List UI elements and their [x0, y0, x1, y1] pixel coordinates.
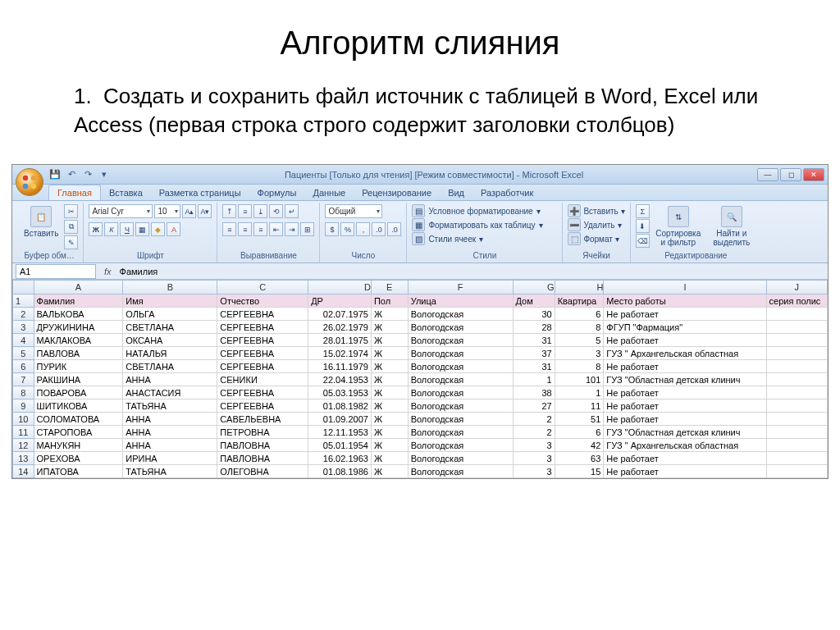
cell[interactable]: СЕРГЕЕВНА: [217, 399, 308, 413]
font-color-button[interactable]: A: [167, 222, 180, 236]
undo-icon[interactable]: ↶: [65, 168, 78, 181]
cell[interactable]: ОКСАНА: [123, 334, 217, 347]
cell[interactable]: 05.03.1953: [308, 386, 372, 399]
cell[interactable]: 3: [513, 452, 555, 465]
font-size-select[interactable]: 10: [154, 204, 180, 218]
save-icon[interactable]: 💾: [48, 168, 62, 181]
cell[interactable]: Не работает: [604, 386, 766, 399]
align-middle-button[interactable]: ≡: [238, 204, 252, 218]
format-as-table-button[interactable]: ▦Форматировать как таблицу ▾: [412, 218, 542, 231]
column-header[interactable]: C: [217, 281, 308, 294]
cell[interactable]: Ж: [371, 373, 408, 386]
cell[interactable]: Ж: [371, 321, 408, 334]
cell[interactable]: ПАВЛОВА: [34, 347, 123, 360]
cell[interactable]: 01.08.1986: [308, 465, 372, 478]
cell[interactable]: [766, 360, 827, 373]
cell[interactable]: ФГУП "Фармация": [604, 321, 766, 334]
cell[interactable]: СОЛОМАТОВА: [34, 413, 123, 426]
comma-button[interactable]: ,: [356, 222, 370, 236]
cut-button[interactable]: ✂: [64, 204, 78, 218]
cell[interactable]: СЕРГЕЕВНА: [217, 308, 308, 321]
cell[interactable]: 6: [555, 426, 604, 439]
cell[interactable]: Пол: [371, 294, 408, 308]
cell[interactable]: 8: [555, 321, 604, 334]
cell[interactable]: 3: [513, 465, 555, 478]
row-header[interactable]: 12: [13, 439, 34, 452]
bold-button[interactable]: Ж: [89, 222, 103, 236]
tab-review[interactable]: Рецензирование: [354, 185, 440, 200]
name-box[interactable]: A1: [16, 264, 96, 279]
cell[interactable]: Ж: [371, 439, 408, 452]
cell[interactable]: САВЕЛЬЕВНА: [217, 413, 308, 426]
cell[interactable]: 16.11.1979: [308, 360, 372, 373]
cell[interactable]: ПОВАРОВА: [34, 386, 123, 399]
align-center-button[interactable]: ≡: [238, 222, 252, 236]
align-bottom-button[interactable]: ⤓: [253, 204, 267, 218]
row-header[interactable]: 6: [13, 360, 34, 373]
fx-icon[interactable]: fx: [99, 267, 116, 276]
cell[interactable]: Вологодская: [408, 399, 513, 413]
office-button[interactable]: [16, 168, 43, 196]
tab-data[interactable]: Данные: [304, 185, 354, 200]
cell[interactable]: 2: [513, 426, 555, 439]
row-header[interactable]: 5: [13, 347, 34, 360]
row-header[interactable]: 14: [13, 465, 34, 478]
cell[interactable]: Не работает: [604, 399, 766, 413]
column-header[interactable]: A: [34, 281, 123, 294]
cell[interactable]: СЕРГЕЕВНА: [217, 360, 308, 373]
maximize-button[interactable]: ◻: [780, 168, 801, 181]
cell[interactable]: АННА: [123, 373, 217, 386]
cell[interactable]: 5: [555, 334, 604, 347]
cell[interactable]: 31: [513, 360, 555, 373]
cell[interactable]: 28.01.1975: [308, 334, 372, 347]
tab-pagelayout[interactable]: Разметка страницы: [151, 185, 249, 200]
underline-button[interactable]: Ч: [120, 222, 134, 236]
cell[interactable]: СЕРГЕЕВНА: [217, 386, 308, 399]
decrease-indent-button[interactable]: ⇤: [269, 222, 283, 236]
cell[interactable]: 1: [513, 373, 555, 386]
cell[interactable]: ОЛЬГА: [123, 308, 217, 321]
row-header[interactable]: 1: [13, 294, 34, 308]
cell[interactable]: Ж: [371, 426, 408, 439]
cell[interactable]: [766, 386, 827, 399]
cell[interactable]: 01.08.1982: [308, 399, 372, 413]
cell[interactable]: Фамилия: [34, 294, 123, 308]
cell[interactable]: 15.02.1974: [308, 347, 372, 360]
cell[interactable]: ГУЗ "Областная детская клинич: [604, 373, 766, 386]
format-cells-button[interactable]: ⬚Формат ▾: [568, 232, 619, 245]
cell[interactable]: Имя: [123, 294, 217, 308]
cell[interactable]: Вологодская: [408, 439, 513, 452]
cell[interactable]: Ж: [371, 347, 408, 360]
column-header[interactable]: G: [513, 281, 555, 294]
cell[interactable]: НАТАЛЬЯ: [123, 347, 217, 360]
increase-indent-button[interactable]: ⇥: [285, 222, 299, 236]
cell[interactable]: Вологодская: [408, 321, 513, 334]
cell[interactable]: 42: [555, 439, 604, 452]
cell[interactable]: Место работы: [604, 294, 766, 308]
cell[interactable]: СВЕТЛАНА: [123, 321, 217, 334]
cell[interactable]: Ж: [371, 386, 408, 399]
cell[interactable]: Вологодская: [408, 465, 513, 478]
cell[interactable]: АННА: [123, 439, 217, 452]
row-header[interactable]: 8: [13, 386, 34, 399]
align-left-button[interactable]: ≡: [222, 222, 236, 236]
cell[interactable]: ТАТЬЯНА: [123, 465, 217, 478]
grow-font-button[interactable]: A▴: [182, 204, 196, 218]
conditional-formatting-button[interactable]: ▤Условное форматирование ▾: [412, 204, 540, 217]
cell[interactable]: СЕНИКИ: [217, 373, 308, 386]
decrease-decimal-button[interactable]: .0: [387, 222, 401, 236]
cell[interactable]: [766, 308, 827, 321]
cell[interactable]: 101: [555, 373, 604, 386]
cell[interactable]: [766, 465, 827, 478]
cell[interactable]: ИРИНА: [123, 452, 217, 465]
column-header[interactable]: B: [123, 281, 217, 294]
cell[interactable]: Отчество: [217, 294, 308, 308]
cell[interactable]: ГУЗ "Областная детская клинич: [604, 426, 766, 439]
autosum-button[interactable]: Σ: [636, 204, 650, 218]
cell[interactable]: СЕРГЕЕВНА: [217, 321, 308, 334]
cell[interactable]: Ж: [371, 308, 408, 321]
format-painter-button[interactable]: ✎: [64, 235, 78, 249]
copy-button[interactable]: ⧉: [64, 220, 78, 234]
paste-button[interactable]: 📋 Вставить: [21, 204, 62, 240]
cell[interactable]: 3: [555, 347, 604, 360]
